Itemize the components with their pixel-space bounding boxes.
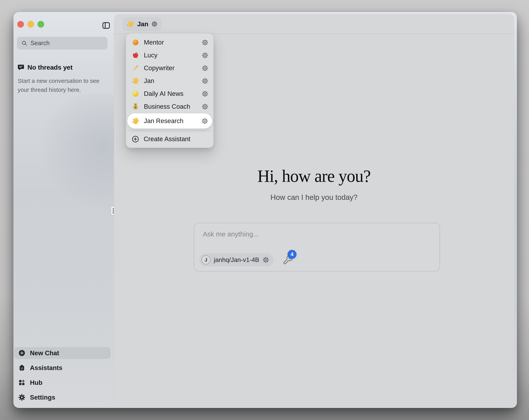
desktop-background: Search No threads yet Start a new conver… [0,0,529,420]
empty-state-description: Start a new conversation to see your thr… [18,76,105,94]
yellow-circle-emoji [132,90,139,98]
assistant-menu-label: Jan [144,77,197,85]
greeting: Hi, how are you? How can I help you toda… [114,166,514,202]
toggle-sidebar-button[interactable] [101,20,111,31]
threads-empty-state: No threads yet Start a new conversation … [17,64,105,94]
assistant-robot-icon [18,364,26,371]
assistant-menu: Mentor Lucy [126,34,213,148]
composer-toolbar: J janhq/Jan-v1-4B 4 [199,253,293,266]
assistant-menu-label: Business Coach [144,103,197,110]
gear-icon[interactable] [201,118,208,124]
nav-label: Assistants [30,364,62,372]
sidebar-nav: New Chat Assistants [14,347,111,403]
assistant-selector-label: Jan [137,20,148,28]
chat-bubble-icon [17,64,25,71]
red-apple-emoji [132,51,139,59]
close-window-button[interactable] [17,21,24,27]
gear-icon[interactable] [202,52,208,59]
zoom-window-button[interactable] [38,21,44,27]
orange-circle-emoji [132,39,139,46]
assistant-menu-item-lucy[interactable]: Lucy [126,49,213,62]
gear-icon[interactable] [202,103,208,110]
gear-icon[interactable] [202,39,208,46]
assistant-menu-label: Jan Research [144,117,197,125]
assistant-menu-item-jan-research[interactable]: Jan Research [127,113,212,129]
assistant-menu-item-copywriter[interactable]: Copywriter [126,62,213,74]
search-placeholder: Search [30,40,50,47]
waving-hand-emoji [132,117,139,125]
money-bag-emoji: $ [132,103,139,110]
assistant-menu-label: Daily AI News [144,90,197,97]
gear-icon[interactable] [202,65,208,72]
pencil-emoji [132,64,139,72]
create-assistant-button[interactable]: Create Assistant [126,133,213,145]
assistant-menu-item-daily-ai-news[interactable]: Daily AI News [126,87,213,100]
assistant-menu-item-jan[interactable]: Jan [126,74,213,87]
assistant-menu-label: Lucy [144,52,197,59]
plus-circle-outline-icon [132,135,139,143]
create-assistant-label: Create Assistant [144,135,190,143]
menu-divider [126,131,213,131]
window-controls [17,21,44,27]
nav-label: New Chat [30,349,59,357]
settings-gear-icon [18,394,26,401]
sidebar-item-new-chat[interactable]: New Chat [14,347,111,359]
search-input[interactable]: Search [17,37,107,50]
main-header: Jan [114,14,514,34]
sidebar-panel-icon [102,21,111,30]
minimize-window-button[interactable] [27,21,34,27]
gear-icon[interactable] [202,78,208,84]
assistant-menu-item-business-coach[interactable]: $ Business Coach [126,100,213,113]
assistant-menu-item-mentor[interactable]: Mentor [126,36,213,49]
plus-circle-icon [18,349,26,357]
sidebar-item-settings[interactable]: Settings [14,392,111,403]
tools-count-badge: 4 [288,250,296,259]
waving-hand-emoji [127,20,134,28]
assistant-menu-label: Copywriter [144,64,197,72]
app-window: Search No threads yet Start a new conver… [13,12,517,408]
nav-label: Settings [30,394,55,401]
chat-composer[interactable]: Ask me anything... J janhq/Jan-v1-4B [194,223,440,271]
chat-input-placeholder: Ask me anything... [203,230,259,238]
gear-icon [151,21,158,27]
main-panel: Jan [114,14,514,406]
sidebar-item-assistants[interactable]: Assistants [14,362,111,374]
svg-text:$: $ [134,106,136,109]
magnifier-icon [21,40,27,46]
greeting-subtitle: How can I help you today? [114,193,514,202]
model-name: janhq/Jan-v1-4B [214,256,259,263]
model-selector-button[interactable]: J janhq/Jan-v1-4B [199,253,274,266]
assistant-menu-label: Mentor [144,39,197,46]
greeting-title: Hi, how are you? [114,166,514,186]
gear-icon[interactable] [202,90,208,97]
model-avatar: J [201,255,211,264]
waving-hand-emoji [132,77,139,85]
gear-icon[interactable] [263,257,269,263]
sidebar-item-hub[interactable]: Hub [14,377,111,389]
nav-label: Hub [30,379,42,386]
assistant-selector-button[interactable]: Jan [122,17,162,31]
tools-button[interactable]: 4 [282,255,293,265]
hub-grid-plus-icon [18,379,26,386]
empty-state-title: No threads yet [27,64,73,71]
